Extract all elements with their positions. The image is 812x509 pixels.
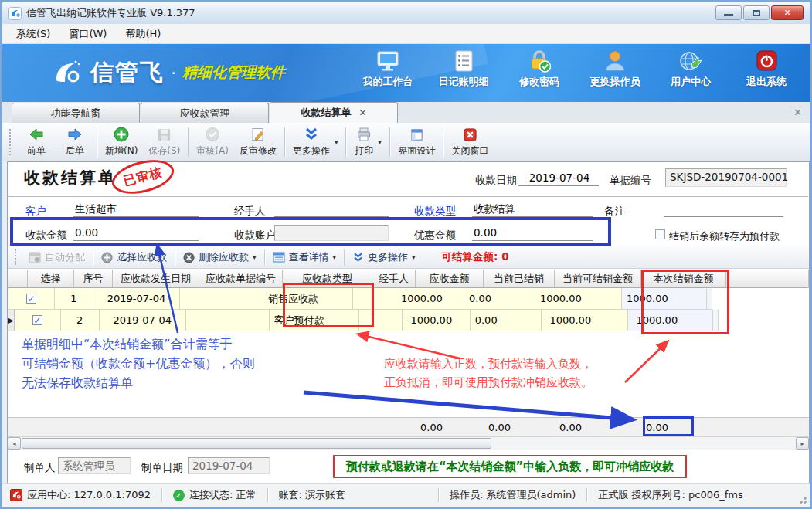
menu-bar: 系统(S) 窗口(W) 帮助(H): [2, 24, 810, 44]
plus-circle-icon: [114, 127, 129, 142]
double-chevron-down-icon: [352, 252, 364, 263]
app-logo-red-icon: [10, 489, 22, 501]
layout-icon: [409, 127, 424, 142]
cell-settleable: 1000.00: [535, 288, 622, 310]
tab-receivables[interactable]: 应收款管理: [141, 103, 269, 123]
header-seq[interactable]: 序号: [74, 270, 113, 288]
dropdown-caret-icon: ▾: [378, 138, 382, 146]
menu-system[interactable]: 系统(S): [8, 25, 58, 43]
transfer-prepay-label: 结销后余额转存为预付款: [669, 229, 780, 243]
grid-more-actions-button[interactable]: 更多操作 ▾: [346, 249, 422, 266]
scroll-left-button[interactable]: ◂: [8, 437, 21, 450]
prev-doc-button[interactable]: 前单: [17, 124, 56, 159]
status-account-set: 账套: 演示账套: [279, 488, 346, 502]
ui-design-button[interactable]: 界面设计: [392, 124, 440, 159]
red-annotation: 应收款请输入正数，预付款请输入负数， 正负抵消，即可使用预付款冲销应收款。: [384, 355, 593, 392]
maker-field: 系统管理员: [58, 457, 131, 474]
close-red-icon: [463, 127, 477, 142]
status-operator: 操作员: 系统管理员(admin): [450, 488, 576, 502]
receipt-date-field[interactable]: 2019-07-04: [518, 170, 599, 186]
tab-receipt-settlement[interactable]: 收款结算单 ✕: [270, 102, 398, 123]
cell-date: 2019-07-04: [93, 288, 180, 310]
row-checkbox[interactable]: ✓: [32, 315, 42, 325]
print-button[interactable]: 打印 ▾: [348, 124, 387, 159]
brand-name: 信管飞: [90, 57, 165, 89]
double-chevron-down-icon: [304, 127, 319, 142]
status-app-center: 应用中心: 127.0.0.1:7092: [10, 488, 151, 502]
banner-action-switch-operator[interactable]: 更换操作员: [583, 49, 647, 89]
receipt-date-label: 收款日期: [475, 174, 517, 188]
cell-amount: -1000.00: [403, 310, 471, 331]
tabstrip-close-icon[interactable]: ✕: [793, 107, 802, 118]
status-bar: 应用中心: 127.0.0.1:7092 ✓ 连接状态: 正常 账套: 演示账套…: [2, 483, 810, 507]
unaudit-modify-button[interactable]: 反审修改: [234, 124, 282, 159]
banner-action-workbench[interactable]: 我的工作台: [355, 49, 420, 89]
cell-seq: 2: [61, 310, 100, 331]
green-annotation: 预付款或退款请在“本次结销金额”中输入负数，即可冲销应收款: [333, 455, 687, 478]
maximize-button[interactable]: [743, 5, 770, 20]
auto-assign-button[interactable]: 自动分配: [22, 249, 91, 266]
check-circle-green-icon: ✓: [173, 490, 185, 501]
brand-banner: 信管飞 · 精细化管理软件 我的工作台 日记账明细: [2, 44, 810, 102]
status-connection: ✓ 连接状态: 正常: [173, 488, 257, 502]
add-new-button[interactable]: 新增(N): [100, 124, 143, 159]
arrow-left-icon: [29, 127, 44, 142]
view-details-button[interactable]: 查看详情 ▾: [267, 249, 343, 266]
select-receivable-button[interactable]: 选择应收款: [95, 249, 173, 266]
total-amount: 0.00: [416, 418, 484, 436]
banner-action-exit[interactable]: 退出系统: [734, 49, 799, 89]
lock-check-icon: [526, 49, 552, 73]
audit-button[interactable]: 审核(A): [191, 124, 234, 159]
tab-close-icon[interactable]: ✕: [358, 107, 366, 118]
scrollbar-thumb[interactable]: [22, 438, 491, 449]
dropdown-caret-icon: ▾: [412, 253, 416, 261]
header-settleable[interactable]: 当前可结销金额: [555, 270, 641, 288]
horizontal-scrollbar: ◂ ▸: [8, 436, 809, 450]
header-select[interactable]: 选择: [28, 270, 74, 288]
header-date[interactable]: 应收款发生日期: [113, 270, 199, 288]
scroll-right-button[interactable]: ▸: [796, 437, 809, 450]
make-date-field: 2019-07-04: [188, 457, 270, 474]
auto-assign-icon: [29, 252, 41, 263]
cell-settled: 0.00: [464, 288, 535, 310]
delete-receivable-button[interactable]: 删除应收款 ▾: [177, 249, 263, 266]
cell-settled: 0.00: [471, 310, 542, 331]
header-doc-no[interactable]: 应收款单据编号: [199, 270, 283, 288]
banner-action-user-center[interactable]: 用户中心: [658, 49, 723, 89]
header-handler[interactable]: 经手人: [372, 270, 416, 288]
transfer-prepay-checkbox[interactable]: [655, 229, 665, 239]
minimize-button[interactable]: [715, 5, 742, 20]
x-circle-icon: [183, 252, 195, 263]
window-title: 信管飞出纳记账软件专业版 V9.1.377: [26, 6, 195, 20]
more-actions-button[interactable]: 更多操作 ▾: [287, 124, 344, 159]
user-icon: [602, 49, 628, 73]
menu-help[interactable]: 帮助(H): [117, 25, 168, 43]
banner-action-change-password[interactable]: 修改密码: [507, 49, 572, 89]
monitor-icon: [375, 49, 401, 73]
title-bar: 信管飞出纳记账软件专业版 V9.1.377 ✕: [2, 2, 810, 24]
header-indicator: [8, 270, 28, 288]
header-settled[interactable]: 当前已结销: [484, 270, 555, 288]
save-button[interactable]: 保存(S): [143, 124, 185, 159]
next-doc-button[interactable]: 后单: [56, 124, 94, 159]
edit-pencil-icon: [250, 127, 266, 142]
plus-circle-gray-icon: [101, 252, 113, 263]
handler-field[interactable]: [274, 201, 389, 217]
resize-grip[interactable]: [797, 494, 807, 504]
header-amount[interactable]: 应收金额: [416, 270, 484, 288]
settleable-amount-text: 可结算金额: 0: [442, 250, 509, 264]
banner-action-journal[interactable]: 日记账明细: [431, 49, 496, 89]
cell-seq: 1: [55, 288, 93, 310]
row-checkbox[interactable]: ✓: [26, 294, 36, 304]
close-button[interactable]: ✕: [771, 5, 804, 20]
menu-window[interactable]: 窗口(W): [61, 25, 114, 43]
remark-field[interactable]: [664, 201, 783, 217]
tab-function-nav[interactable]: 功能导航窗: [12, 103, 140, 123]
receipt-type-field[interactable]: 收款结算: [472, 201, 593, 217]
maximize-icon: [753, 10, 760, 16]
cell-settleable: -1000.00: [542, 310, 628, 331]
make-date-label: 制单日期: [141, 461, 183, 475]
power-icon: [753, 49, 780, 73]
close-window-button[interactable]: 关闭窗口: [446, 124, 494, 159]
customer-field[interactable]: 生活超市: [73, 201, 199, 217]
